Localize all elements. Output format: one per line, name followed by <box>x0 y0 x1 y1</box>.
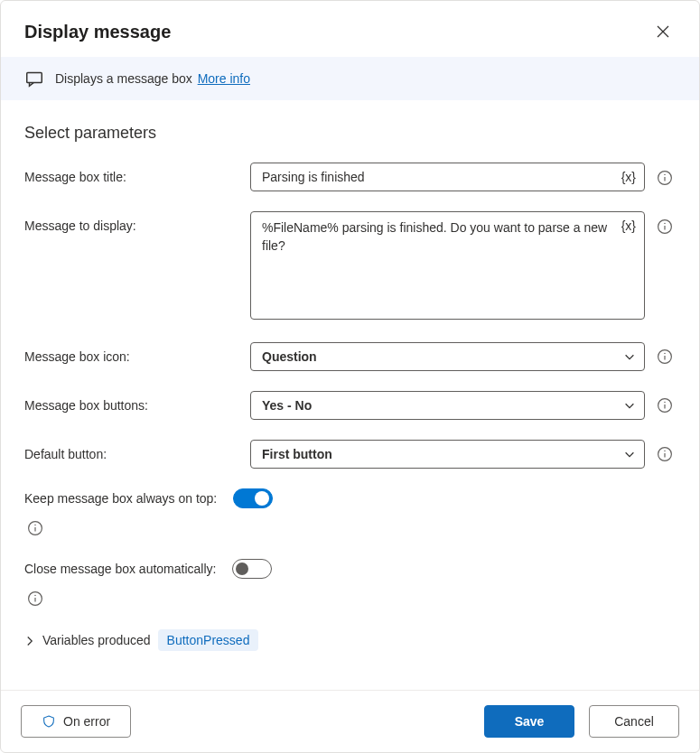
default-button-select[interactable] <box>250 440 645 469</box>
dialog-footer: On error Save Cancel <box>1 690 699 752</box>
banner-text: Displays a message box More info <box>55 71 250 86</box>
variables-produced-row[interactable]: Variables produced ButtonPressed <box>24 629 676 651</box>
display-message-dialog: Display message Displays a message box M… <box>0 0 700 753</box>
svg-point-20 <box>34 525 35 525</box>
field-default-button: Default button: <box>24 440 676 469</box>
insert-variable-button[interactable]: {x} <box>620 168 638 186</box>
shield-icon <box>42 714 56 729</box>
info-icon[interactable] <box>654 346 676 367</box>
section-title: Select parameters <box>24 124 676 143</box>
field-auto-close: Close message box automatically: <box>24 559 676 609</box>
close-button[interactable] <box>650 19 676 44</box>
ontop-label: Keep message box always on top: <box>24 491 217 506</box>
message-icon <box>24 69 44 88</box>
insert-variable-button[interactable]: {x} <box>620 217 638 235</box>
message-title-input[interactable] <box>250 163 645 191</box>
field-message-body: Message to display: {x} <box>24 211 676 322</box>
save-button[interactable]: Save <box>484 705 574 738</box>
icon-label: Message box icon: <box>24 349 241 364</box>
svg-point-17 <box>664 451 665 451</box>
field-message-title: Message box title: {x} <box>24 163 676 191</box>
info-icon[interactable] <box>24 588 46 609</box>
on-error-label: On error <box>63 714 110 729</box>
cancel-button[interactable]: Cancel <box>589 705 679 738</box>
dialog-title: Display message <box>24 22 171 42</box>
svg-point-14 <box>664 402 665 403</box>
info-icon[interactable] <box>654 443 676 465</box>
info-icon[interactable] <box>654 216 676 237</box>
auto-close-toggle[interactable] <box>232 559 272 579</box>
buttons-label: Message box buttons: <box>24 398 241 413</box>
field-always-on-top: Keep message box always on top: <box>24 488 676 539</box>
message-title-label: Message box title: <box>24 163 241 184</box>
info-icon[interactable] <box>24 517 46 539</box>
chevron-right-icon <box>24 636 35 646</box>
close-icon <box>656 24 670 39</box>
svg-point-11 <box>664 353 665 354</box>
svg-point-23 <box>34 595 35 596</box>
variables-produced-label: Variables produced <box>42 633 151 647</box>
banner-text-content: Displays a message box <box>55 71 192 86</box>
default-button-label: Default button: <box>24 447 241 461</box>
field-icon: Message box icon: <box>24 342 676 371</box>
more-info-link[interactable]: More info <box>198 71 250 86</box>
svg-point-8 <box>664 223 665 224</box>
svg-rect-2 <box>27 73 42 83</box>
info-banner: Displays a message box More info <box>1 57 699 100</box>
message-body-label: Message to display: <box>24 211 241 233</box>
field-buttons: Message box buttons: <box>24 391 676 420</box>
info-icon[interactable] <box>654 395 676 416</box>
message-body-input[interactable] <box>250 211 645 320</box>
svg-point-5 <box>664 174 665 175</box>
dialog-body: Select parameters Message box title: {x}… <box>1 100 699 690</box>
info-icon[interactable] <box>654 167 676 189</box>
always-on-top-toggle[interactable] <box>233 488 273 508</box>
dialog-header: Display message <box>1 1 699 57</box>
autoclose-label: Close message box automatically: <box>24 562 216 576</box>
buttons-select[interactable] <box>250 391 645 420</box>
on-error-button[interactable]: On error <box>21 705 131 738</box>
variable-chip[interactable]: ButtonPressed <box>158 629 259 651</box>
icon-select[interactable] <box>250 342 645 371</box>
